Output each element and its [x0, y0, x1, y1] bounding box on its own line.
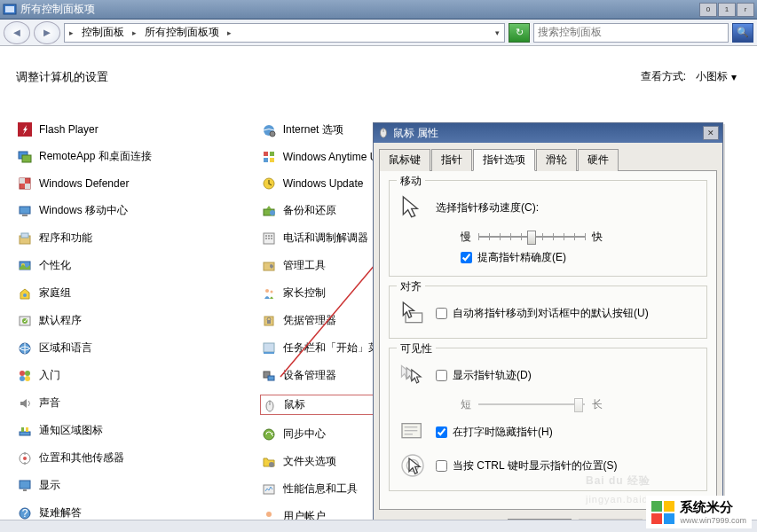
- backup-icon: [262, 204, 276, 218]
- cp-item-notifyicons[interactable]: 通知区域图标: [16, 422, 154, 439]
- tab-1[interactable]: 指针: [431, 149, 472, 171]
- svg-point-50: [271, 235, 272, 237]
- cp-item-label: 个性化: [39, 258, 71, 273]
- window-title: 所有控制面板项: [20, 2, 698, 17]
- trail-length-slider: [478, 396, 585, 412]
- cp-item-getstarted[interactable]: 入门: [16, 367, 154, 384]
- minimize-button[interactable]: 0: [699, 3, 717, 17]
- svg-rect-6: [20, 178, 25, 184]
- admintools-icon: [262, 259, 276, 273]
- svg-point-68: [266, 512, 272, 517]
- sync-icon: [262, 427, 276, 442]
- crumb-segment[interactable]: 控制面板: [76, 24, 130, 42]
- cp-item-label: 管理工具: [283, 258, 326, 273]
- search-input[interactable]: 搜索控制面板: [533, 23, 729, 43]
- dialog-close-button[interactable]: ✕: [703, 126, 719, 140]
- tab-4[interactable]: 硬件: [578, 149, 619, 171]
- maximize-button[interactable]: 1: [718, 3, 736, 17]
- slow-label: 慢: [461, 230, 471, 245]
- dialog-title-bar[interactable]: 鼠标 属性 ✕: [374, 123, 722, 143]
- svg-rect-42: [264, 158, 268, 162]
- phone-icon: [262, 231, 276, 246]
- cp-item-label: 家长控制: [283, 286, 326, 301]
- watermark: Bai du 经验 jingyan.baid: [586, 470, 651, 507]
- svg-rect-62: [268, 376, 274, 380]
- svg-point-55: [265, 289, 269, 293]
- hide-pointer-checkbox[interactable]: 在打字时隐藏指针(H): [436, 425, 553, 440]
- status-bar: [0, 520, 757, 532]
- cp-item-homegroup[interactable]: 家庭组: [16, 285, 154, 301]
- anytime-icon: [262, 150, 276, 164]
- svg-rect-25: [26, 427, 28, 432]
- cp-item-label: RemoteApp 和桌面连接: [39, 149, 152, 164]
- nav-bar: ◄ ► ▸ 控制面板 ▸ 所有控制面板项 ▸ ▾ ↻ 搜索控制面板 🔍: [0, 20, 757, 46]
- remoteapp-icon: [18, 150, 32, 164]
- dropdown-icon[interactable]: ▾: [493, 28, 502, 37]
- page-title: 调整计算机的设置: [16, 69, 108, 85]
- breadcrumb[interactable]: ▸ 控制面板 ▸ 所有控制面板项 ▸ ▾: [64, 23, 505, 43]
- cp-item-label: 声音: [39, 395, 60, 411]
- pointer-speed-slider[interactable]: [478, 229, 585, 245]
- svg-point-49: [268, 235, 270, 237]
- cp-item-defaults[interactable]: 默认程序: [16, 312, 154, 329]
- cp-item-label: 通知区域图标: [39, 423, 103, 438]
- cp-item-personal[interactable]: 个性化: [16, 257, 154, 274]
- cp-item-mobility[interactable]: Windows 移动中心: [16, 202, 154, 219]
- cp-item-sound[interactable]: 声音: [16, 395, 154, 411]
- tab-0[interactable]: 鼠标键: [379, 149, 430, 171]
- parental-icon: [262, 286, 276, 301]
- cp-item-display[interactable]: 显示: [16, 477, 154, 494]
- svg-point-27: [23, 457, 27, 460]
- svg-rect-7: [25, 184, 30, 189]
- cp-item-sensors[interactable]: 位置和其他传感器: [16, 450, 154, 466]
- troubleshoot-icon: ?: [18, 506, 32, 520]
- cp-item-defender[interactable]: Windows Defender: [16, 176, 154, 192]
- perfinfo-icon: [262, 482, 276, 497]
- pointer-icon: [398, 193, 427, 222]
- programs-icon: [18, 231, 32, 246]
- trails-icon: [398, 361, 427, 389]
- homegroup-icon: [18, 286, 32, 301]
- tab-3[interactable]: 滑轮: [536, 149, 577, 171]
- inetopt-icon: [262, 123, 276, 137]
- svg-rect-9: [22, 215, 28, 216]
- snap-checkbox[interactable]: 自动将指针移动到对话框中的默认按钮(U): [436, 306, 649, 321]
- close-button[interactable]: r: [737, 3, 754, 17]
- search-button[interactable]: 🔍: [732, 23, 753, 43]
- cp-item-region[interactable]: 区域和语言: [16, 340, 154, 356]
- display-icon: [18, 479, 32, 493]
- cp-item-label: Internet 选项: [283, 122, 343, 137]
- forward-button[interactable]: ►: [34, 21, 60, 44]
- precision-checkbox[interactable]: 提高指针精确度(E): [461, 250, 698, 265]
- tab-2[interactable]: 指针选项: [473, 149, 535, 171]
- refresh-button[interactable]: ↻: [509, 23, 530, 43]
- update-icon: [262, 176, 276, 191]
- speed-label: 选择指针移动速度(C):: [436, 200, 539, 215]
- cp-item-label: Windows 移动中心: [39, 203, 128, 218]
- svg-point-16: [22, 318, 28, 324]
- app-icon: [3, 3, 17, 17]
- snap-icon: [398, 299, 427, 327]
- cp-item-label: 程序和功能: [39, 231, 92, 246]
- cp-item-flash[interactable]: Flash Player: [16, 121, 154, 137]
- cp-item-label: 入门: [39, 368, 60, 383]
- back-button[interactable]: ◄: [4, 21, 30, 44]
- view-mode-selector[interactable]: 小图标 ▾: [691, 67, 741, 86]
- svg-rect-24: [21, 427, 24, 432]
- svg-point-65: [264, 429, 274, 440]
- cp-item-remoteapp[interactable]: RemoteApp 和桌面连接: [16, 148, 154, 165]
- cp-item-label: 备份和还原: [283, 203, 336, 218]
- crumb-segment[interactable]: 所有控制面板项: [139, 24, 225, 42]
- mouse-properties-dialog: 鼠标 属性 ✕ 鼠标键指针指针选项滑轮硬件 移动 选择指针移动速度(C): 慢 …: [373, 122, 723, 532]
- trails-checkbox[interactable]: 显示指针轨迹(D): [436, 368, 532, 383]
- svg-point-14: [23, 293, 27, 297]
- search-placeholder: 搜索控制面板: [538, 25, 602, 40]
- cp-item-label: Windows Defender: [39, 177, 129, 190]
- cp-item-programs[interactable]: 程序和功能: [16, 230, 154, 246]
- svg-rect-30: [20, 481, 30, 489]
- cp-item-label: 鼠标: [284, 397, 305, 412]
- sound-icon: [18, 396, 32, 411]
- cp-item-label: 同步中心: [283, 426, 326, 442]
- chevron-icon: ▸: [130, 28, 139, 37]
- cp-item-label: 位置和其他传感器: [39, 450, 124, 466]
